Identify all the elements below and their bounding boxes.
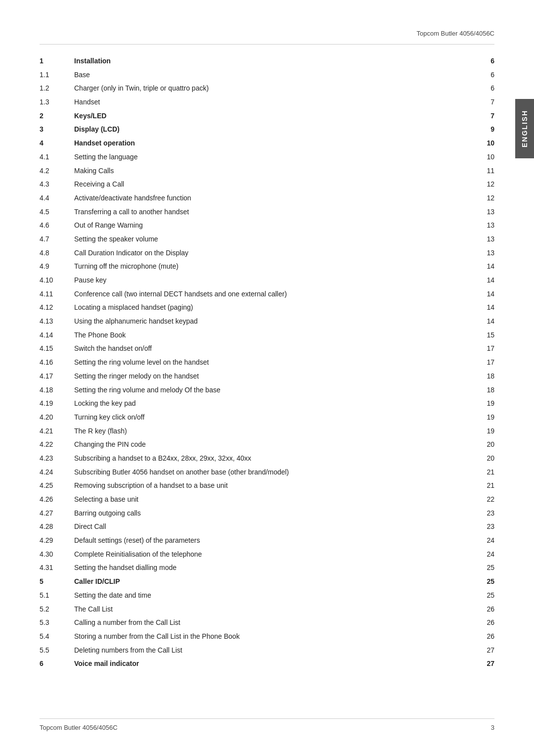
toc-title: Setting the ring volume level on the han… <box>74 356 475 370</box>
toc-num: 4.2 <box>40 164 74 178</box>
toc-num: 4.4 <box>40 191 74 205</box>
toc-page: 13 <box>475 205 494 219</box>
toc-page: 20 <box>475 438 494 452</box>
toc-row: 1.2Charger (only in Twin, triple or quat… <box>40 82 494 95</box>
toc-title: Receiving a Call <box>74 178 475 191</box>
toc-num: 4.28 <box>40 520 74 534</box>
toc-page: 26 <box>475 616 494 630</box>
toc-title: The R key (flash) <box>74 425 475 438</box>
toc-num: 4.27 <box>40 507 74 520</box>
toc-page: 26 <box>475 603 494 616</box>
toc-row: 4.30Complete Reinitialisation of the tel… <box>40 548 494 562</box>
toc-title: The Call List <box>74 603 475 616</box>
toc-num: 5.5 <box>40 644 74 658</box>
toc-title: Installation <box>74 54 475 68</box>
toc-title: Setting the speaker volume <box>74 233 475 246</box>
footer-right: 3 <box>491 724 494 731</box>
toc-row: 5Caller ID/CLIP25 <box>40 575 494 589</box>
toc-num: 1.1 <box>40 68 74 82</box>
toc-page: 19 <box>475 425 494 438</box>
toc-title: Turning key click on/off <box>74 411 475 425</box>
toc-page: 24 <box>475 534 494 548</box>
toc-title: Handset operation <box>74 137 475 150</box>
toc-num: 6 <box>40 657 74 671</box>
toc-page: 12 <box>475 178 494 191</box>
toc-page: 18 <box>475 383 494 397</box>
toc-row: 6Voice mail indicator27 <box>40 657 494 671</box>
toc-row: 4.16Setting the ring volume level on the… <box>40 356 494 370</box>
toc-row: 4.24Subscribing Butler 4056 handset on a… <box>40 466 494 479</box>
toc-title: Using the alphanumeric handset keypad <box>74 315 475 329</box>
toc-page: 10 <box>475 150 494 164</box>
toc-num: 4.9 <box>40 260 74 274</box>
toc-page: 23 <box>475 520 494 534</box>
page: Topcom Butler 4056/4056C ENGLISH 1Instal… <box>0 0 534 756</box>
toc-page: 25 <box>475 561 494 575</box>
toc-page: 14 <box>475 301 494 315</box>
toc-row: 4.15Switch the handset on/off17 <box>40 342 494 356</box>
toc-num: 4.7 <box>40 233 74 246</box>
toc-title: Removing subscription of a handset to a … <box>74 479 475 493</box>
toc-page: 6 <box>475 68 494 82</box>
toc-num: 4.10 <box>40 274 74 287</box>
toc-num: 4.26 <box>40 493 74 507</box>
toc-num: 4.20 <box>40 411 74 425</box>
toc-page: 21 <box>475 466 494 479</box>
toc-page: 17 <box>475 342 494 356</box>
toc-row: 4.13Using the alphanumeric handset keypa… <box>40 315 494 329</box>
toc-title: Call Duration Indicator on the Display <box>74 246 475 260</box>
toc-num: 1 <box>40 54 74 68</box>
toc-page: 26 <box>475 630 494 644</box>
toc-page: 10 <box>475 137 494 150</box>
header-title: Topcom Butler 4056/4056C <box>416 30 494 37</box>
toc-num: 4.1 <box>40 150 74 164</box>
toc-num: 4.13 <box>40 315 74 329</box>
toc-table: 1Installation61.1Base61.2Charger (only i… <box>40 54 494 671</box>
toc-row: 4.11Conference call (two internal DECT h… <box>40 287 494 301</box>
toc-row: 5.2The Call List26 <box>40 603 494 616</box>
toc-row: 4.5Transferring a call to another handse… <box>40 205 494 219</box>
toc-page: 22 <box>475 493 494 507</box>
toc-page: 14 <box>475 274 494 287</box>
toc-num: 5.1 <box>40 589 74 603</box>
toc-row: 4.18Setting the ring volume and melody O… <box>40 383 494 397</box>
toc-row: 5.3Calling a number from the Call List26 <box>40 616 494 630</box>
toc-num: 1.3 <box>40 95 74 109</box>
toc-num: 4.3 <box>40 178 74 191</box>
toc-title: Charger (only in Twin, triple or quattro… <box>74 82 475 95</box>
toc-row: 1.3Handset7 <box>40 95 494 109</box>
toc-row: 4.29Default settings (reset) of the para… <box>40 534 494 548</box>
toc-num: 4.23 <box>40 452 74 466</box>
toc-row: 1.1Base6 <box>40 68 494 82</box>
toc-num: 4.15 <box>40 342 74 356</box>
toc-num: 4.8 <box>40 246 74 260</box>
page-footer: Topcom Butler 4056/4056C 3 <box>40 718 494 731</box>
toc-row: 4.20Turning key click on/off19 <box>40 411 494 425</box>
toc-title: Setting the ringer melody on the handset <box>74 370 475 383</box>
toc-title: Changing the PIN code <box>74 438 475 452</box>
toc-page: 17 <box>475 356 494 370</box>
toc-page: 14 <box>475 287 494 301</box>
toc-title: Setting the handset dialling mode <box>74 561 475 575</box>
footer-left: Topcom Butler 4056/4056C <box>40 724 118 731</box>
toc-title: Complete Reinitialisation of the telepho… <box>74 548 475 562</box>
toc-num: 1.2 <box>40 82 74 95</box>
toc-page: 7 <box>475 109 494 123</box>
toc-title: Making Calls <box>74 164 475 178</box>
toc-title: Base <box>74 68 475 82</box>
toc-page: 27 <box>475 644 494 658</box>
toc-title: Selecting a base unit <box>74 493 475 507</box>
toc-row: 4.28Direct Call23 <box>40 520 494 534</box>
toc-num: 4.19 <box>40 397 74 411</box>
toc-row: 4.19Locking the key pad19 <box>40 397 494 411</box>
toc-row: 4.26Selecting a base unit22 <box>40 493 494 507</box>
toc-page: 19 <box>475 397 494 411</box>
toc-page: 20 <box>475 452 494 466</box>
toc-page: 14 <box>475 315 494 329</box>
toc-page: 18 <box>475 370 494 383</box>
toc-num: 4.18 <box>40 383 74 397</box>
toc-row: 3Display (LCD)9 <box>40 123 494 137</box>
toc-num: 4.5 <box>40 205 74 219</box>
toc-title: Locating a misplaced handset (paging) <box>74 301 475 315</box>
toc-page: 21 <box>475 479 494 493</box>
